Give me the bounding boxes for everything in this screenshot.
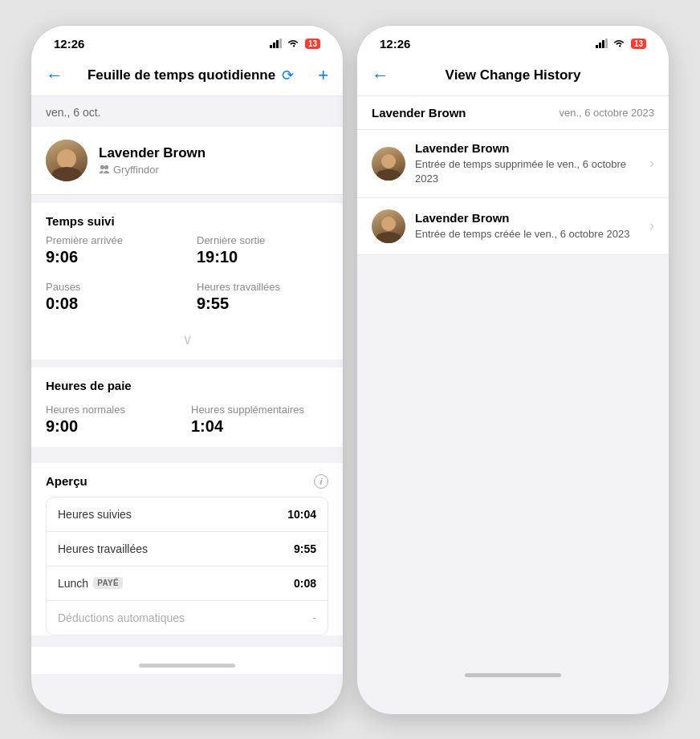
home-indicator-right bbox=[357, 656, 669, 684]
date-header-left: ven., 6 oct. bbox=[31, 96, 343, 127]
history-item-2[interactable]: Lavender Brown Entrée de temps créée le … bbox=[357, 198, 669, 255]
section-divider-2 bbox=[31, 447, 343, 455]
section-divider-1 bbox=[31, 359, 343, 367]
apercu-row-deductions: Déductions automatiques - bbox=[47, 601, 328, 635]
history-content-empty bbox=[357, 255, 669, 656]
history-item-content-2: Lavender Brown Entrée de temps créée le … bbox=[415, 211, 640, 242]
svg-rect-0 bbox=[270, 45, 272, 48]
heures-travaillees: Heures travaillées 9:55 bbox=[197, 281, 328, 313]
svg-rect-7 bbox=[599, 43, 601, 48]
svg-rect-2 bbox=[276, 40, 279, 48]
battery-badge-left: 13 bbox=[305, 39, 320, 49]
nav-bar-left: ← Feuille de temps quotidienne ⟳ + bbox=[31, 57, 343, 96]
svg-point-4 bbox=[100, 165, 104, 169]
svg-rect-9 bbox=[605, 39, 608, 48]
history-item-name-1: Lavender Brown bbox=[415, 141, 640, 155]
svg-rect-8 bbox=[602, 40, 604, 48]
apercu-row-heures-suivies: Heures suivies 10:04 bbox=[47, 497, 328, 532]
pay-title: Heures de paie bbox=[46, 379, 328, 392]
history-list: Lavender Brown Entrée de temps supprimée… bbox=[357, 130, 669, 255]
signal-icon bbox=[270, 39, 283, 48]
history-icon[interactable]: ⟳ bbox=[282, 67, 294, 84]
avatar-image bbox=[46, 140, 88, 181]
employee-info: Lavender Brown Gryffindor bbox=[99, 145, 206, 176]
wifi-icon bbox=[287, 39, 299, 48]
apercu-row-heures-travaillees: Heures travaillées 9:55 bbox=[47, 532, 328, 566]
status-bar-left: 12:26 13 bbox=[31, 26, 343, 57]
left-phone: 12:26 13 ← Feuille de temps bbox=[31, 25, 344, 715]
pay-grid: Heures normales 9:00 Heures supplémentai… bbox=[46, 404, 328, 436]
status-bar-right: 12:26 13 bbox=[357, 26, 669, 57]
heures-normales: Heures normales 9:00 bbox=[46, 404, 183, 436]
employee-section: Lavender Brown Gryffindor bbox=[31, 127, 343, 195]
wifi-icon-right bbox=[612, 39, 625, 48]
avatar-sm-1 bbox=[372, 147, 405, 181]
time-grid: Première arrivée 9:06 Dernière sortie 19… bbox=[31, 234, 343, 324]
history-item-1[interactable]: Lavender Brown Entrée de temps supprimée… bbox=[357, 130, 669, 198]
apercu-table: Heures suivies 10:04 Heures travaillées … bbox=[46, 497, 328, 635]
status-icons-right: 13 bbox=[596, 39, 646, 49]
premiere-arrivee: Première arrivée 9:06 bbox=[46, 234, 177, 266]
apercu-section: Aperçu i Heures suivies 10:04 Heures tra… bbox=[31, 463, 343, 635]
heures-supplementaires: Heures supplémentaires 1:04 bbox=[191, 404, 328, 436]
heures-de-paie-section: Heures de paie Heures normales 9:00 Heur… bbox=[31, 367, 343, 447]
derniere-sortie: Dernière sortie 19:10 bbox=[197, 234, 328, 266]
nav-title-left: Feuille de temps quotidienne bbox=[88, 67, 275, 83]
nav-title-right: View Change History bbox=[389, 67, 637, 83]
history-header: Lavender Brown ven., 6 octobre 2023 bbox=[357, 96, 669, 130]
team-icon bbox=[99, 164, 110, 174]
status-icons-left: 13 bbox=[270, 39, 320, 49]
avatar-sm-2 bbox=[372, 209, 405, 243]
nav-center-left: Feuille de temps quotidienne ⟳ bbox=[88, 67, 294, 84]
back-button-left[interactable]: ← bbox=[46, 65, 63, 86]
chevron-icon-2: › bbox=[649, 217, 654, 234]
status-time-right: 12:26 bbox=[380, 37, 410, 51]
svg-rect-6 bbox=[596, 45, 598, 48]
info-icon[interactable]: i bbox=[314, 474, 328, 489]
signal-icon-right bbox=[596, 39, 608, 48]
status-time-left: 12:26 bbox=[54, 37, 84, 51]
apercu-row-lunch: Lunch PAYÉ 0:08 bbox=[47, 566, 328, 601]
apercu-header: Aperçu i bbox=[46, 474, 328, 489]
right-phone: 12:26 13 ← View Change History bbox=[356, 25, 669, 715]
svg-rect-3 bbox=[279, 39, 282, 48]
add-button-left[interactable]: + bbox=[318, 65, 328, 86]
nav-bar-right: ← View Change History bbox=[357, 57, 669, 96]
history-header-date: ven., 6 octobre 2023 bbox=[559, 107, 654, 119]
avatar bbox=[46, 140, 88, 181]
history-item-content-1: Lavender Brown Entrée de temps supprimée… bbox=[415, 141, 640, 186]
temps-suivi-title: Temps suivi bbox=[31, 203, 343, 234]
history-item-desc-2: Entrée de temps créée le ven., 6 octobre… bbox=[415, 227, 640, 242]
svg-rect-1 bbox=[273, 43, 275, 48]
temps-suivi-section: Temps suivi Première arrivée 9:06 Derniè… bbox=[31, 203, 343, 359]
back-button-right[interactable]: ← bbox=[372, 65, 389, 86]
employee-name: Lavender Brown bbox=[99, 145, 206, 161]
history-header-name: Lavender Brown bbox=[372, 106, 466, 120]
svg-point-5 bbox=[104, 165, 108, 169]
home-bar-left bbox=[139, 664, 235, 668]
paye-badge: PAYÉ bbox=[93, 577, 123, 589]
chevron-icon-1: › bbox=[649, 155, 654, 172]
home-indicator-left bbox=[31, 647, 343, 674]
apercu-title: Aperçu bbox=[46, 474, 88, 488]
employee-team: Gryffindor bbox=[99, 164, 206, 176]
history-item-name-2: Lavender Brown bbox=[415, 211, 640, 225]
home-bar-right bbox=[465, 673, 561, 677]
expand-chevron[interactable]: ∨ bbox=[31, 324, 343, 359]
battery-badge-right: 13 bbox=[631, 39, 646, 49]
history-item-desc-1: Entrée de temps supprimée le ven., 6 oct… bbox=[415, 157, 640, 186]
pauses: Pauses 0:08 bbox=[46, 281, 177, 313]
